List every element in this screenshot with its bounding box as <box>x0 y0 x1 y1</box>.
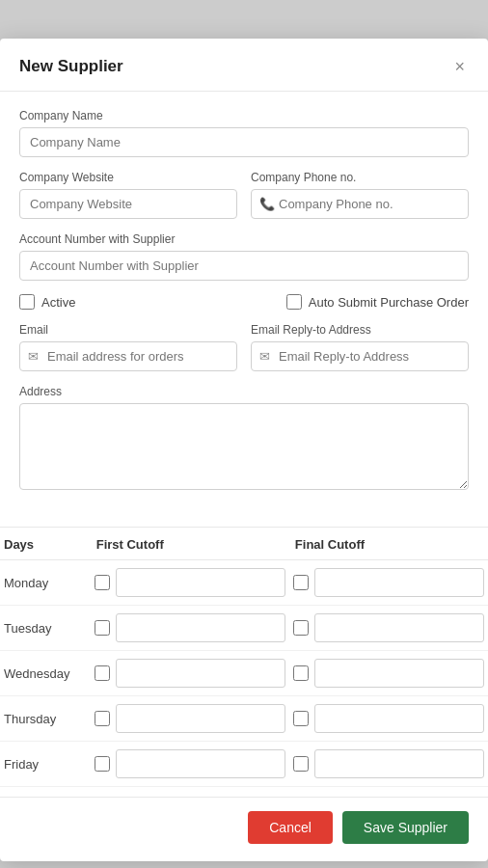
first-cutoff-cell-0 <box>91 560 289 606</box>
company-phone-input[interactable] <box>251 189 469 219</box>
first-cutoff-checkbox-1[interactable] <box>95 620 110 636</box>
company-phone-col: Company Phone no. 📞 <box>251 171 469 219</box>
col-final-cutoff-header: Final Cutoff <box>289 528 488 560</box>
cutoff-table: Days First Cutoff Final Cutoff Monday <box>0 528 488 787</box>
final-cutoff-checkbox-2[interactable] <box>293 665 309 681</box>
first-cutoff-checkbox-2[interactable] <box>95 665 110 681</box>
final-cutoff-cell-1 <box>289 606 488 651</box>
table-row: Wednesday <box>0 651 488 696</box>
final-cutoff-cell-inner-1 <box>293 613 484 642</box>
first-cutoff-cell-inner-4 <box>95 749 285 778</box>
modal-header: New Supplier × <box>0 39 488 92</box>
final-cutoff-cell-4 <box>289 742 488 787</box>
email-reply-col: Email Reply-to Address ✉ <box>251 323 469 371</box>
email-input-wrapper: ✉ <box>19 341 237 371</box>
first-cutoff-cell-inner-0 <box>95 568 285 597</box>
cutoff-table-section: Days First Cutoff Final Cutoff Monday <box>0 527 488 787</box>
active-label: Active <box>41 295 75 310</box>
first-cutoff-cell-inner-1 <box>95 613 285 642</box>
close-button[interactable]: × <box>450 56 469 77</box>
final-cutoff-cell-inner-0 <box>293 568 484 597</box>
final-cutoff-checkbox-0[interactable] <box>293 575 309 590</box>
company-website-col: Company Website <box>19 171 237 219</box>
table-header-row: Days First Cutoff Final Cutoff <box>0 528 488 560</box>
account-number-input[interactable] <box>19 251 469 281</box>
first-cutoff-checkbox-4[interactable] <box>95 756 110 772</box>
final-cutoff-input-4[interactable] <box>314 749 484 778</box>
address-group: Address <box>19 385 469 494</box>
account-number-group: Account Number with Supplier <box>19 232 469 281</box>
email-label: Email <box>19 323 237 337</box>
address-label: Address <box>19 385 469 398</box>
modal-body: Company Name Company Website Company Pho… <box>0 92 488 517</box>
email-input[interactable] <box>19 341 237 371</box>
col-first-cutoff-header: First Cutoff <box>91 528 289 560</box>
modal-title: New Supplier <box>19 57 123 76</box>
email-icon: ✉ <box>28 349 39 364</box>
company-phone-input-wrapper: 📞 <box>251 189 469 219</box>
email-reply-label: Email Reply-to Address <box>251 323 469 337</box>
first-cutoff-checkbox-3[interactable] <box>95 711 110 726</box>
new-supplier-modal: New Supplier × Company Name Company Webs… <box>0 39 488 861</box>
company-website-input[interactable] <box>19 189 237 219</box>
table-row: Friday <box>0 742 488 787</box>
auto-submit-checkbox[interactable] <box>286 294 302 310</box>
day-cell-0: Monday <box>0 560 91 606</box>
company-name-label: Company Name <box>19 109 469 122</box>
final-cutoff-cell-inner-4 <box>293 749 484 778</box>
final-cutoff-input-3[interactable] <box>314 704 484 733</box>
save-supplier-button[interactable]: Save Supplier <box>342 811 469 844</box>
day-cell-1: Tuesday <box>0 606 91 651</box>
phone-icon: 📞 <box>259 197 275 211</box>
final-cutoff-cell-inner-3 <box>293 704 484 733</box>
checkboxes-row: Active Auto Submit Purchase Order <box>19 294 469 310</box>
final-cutoff-cell-3 <box>289 696 488 742</box>
company-name-group: Company Name <box>19 109 469 157</box>
account-number-label: Account Number with Supplier <box>19 232 469 246</box>
email-row: Email ✉ Email Reply-to Address ✉ <box>19 323 469 371</box>
email-reply-icon: ✉ <box>259 349 270 364</box>
first-cutoff-cell-4 <box>91 742 289 787</box>
company-name-input[interactable] <box>19 127 469 157</box>
final-cutoff-cell-0 <box>289 560 488 606</box>
first-cutoff-checkbox-0[interactable] <box>95 575 110 590</box>
table-row: Tuesday <box>0 606 488 651</box>
first-cutoff-cell-inner-3 <box>95 704 285 733</box>
day-cell-4: Friday <box>0 742 91 787</box>
company-website-label: Company Website <box>19 171 237 184</box>
cancel-button[interactable]: Cancel <box>248 811 333 844</box>
email-reply-input[interactable] <box>251 341 469 371</box>
final-cutoff-checkbox-3[interactable] <box>293 711 309 726</box>
website-phone-row: Company Website Company Phone no. 📞 <box>19 171 469 219</box>
first-cutoff-cell-2 <box>91 651 289 696</box>
final-cutoff-checkbox-4[interactable] <box>293 756 309 772</box>
day-cell-2: Wednesday <box>0 651 91 696</box>
col-days-header: Days <box>0 528 91 560</box>
auto-submit-checkbox-item: Auto Submit Purchase Order <box>286 294 469 310</box>
final-cutoff-cell-2 <box>289 651 488 696</box>
table-row: Monday <box>0 560 488 606</box>
company-phone-label: Company Phone no. <box>251 171 469 184</box>
first-cutoff-input-4[interactable] <box>116 749 285 778</box>
first-cutoff-input-1[interactable] <box>116 613 285 642</box>
auto-submit-label: Auto Submit Purchase Order <box>309 295 469 310</box>
active-checkbox-item: Active <box>19 294 75 310</box>
modal-backdrop: New Supplier × Company Name Company Webs… <box>0 0 488 868</box>
modal-footer: Cancel Save Supplier <box>0 797 488 861</box>
final-cutoff-input-2[interactable] <box>314 659 484 688</box>
day-cell-3: Thursday <box>0 696 91 742</box>
address-textarea[interactable] <box>19 403 469 490</box>
first-cutoff-cell-inner-2 <box>95 659 285 688</box>
table-row: Thursday <box>0 696 488 742</box>
active-checkbox[interactable] <box>19 294 35 310</box>
first-cutoff-cell-1 <box>91 606 289 651</box>
first-cutoff-input-2[interactable] <box>116 659 285 688</box>
first-cutoff-input-3[interactable] <box>116 704 285 733</box>
email-reply-input-wrapper: ✉ <box>251 341 469 371</box>
final-cutoff-input-0[interactable] <box>314 568 484 597</box>
email-col: Email ✉ <box>19 323 237 371</box>
first-cutoff-cell-3 <box>91 696 289 742</box>
first-cutoff-input-0[interactable] <box>116 568 285 597</box>
final-cutoff-checkbox-1[interactable] <box>293 620 309 636</box>
final-cutoff-input-1[interactable] <box>314 613 484 642</box>
